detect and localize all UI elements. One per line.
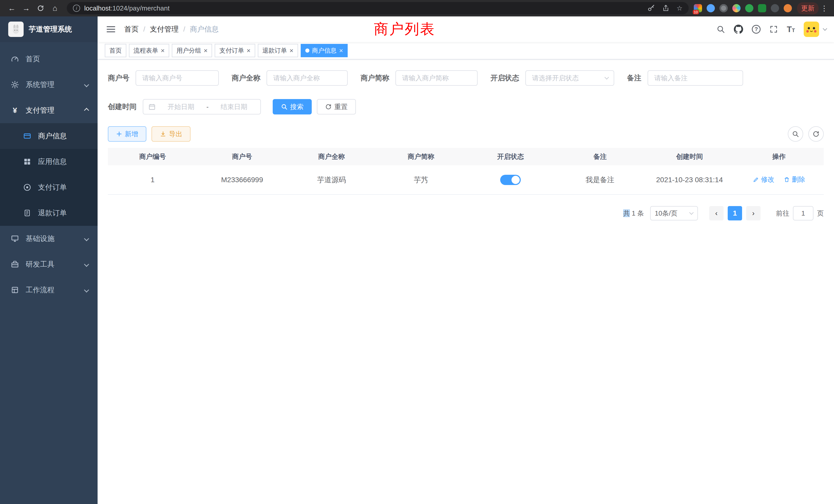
extension-icon[interactable]: [732, 4, 741, 12]
sidebar-item-payment[interactable]: ¥ 支付管理: [0, 97, 97, 123]
full-name-input[interactable]: [266, 70, 348, 86]
refresh-table-button[interactable]: [808, 126, 824, 142]
sidebar-item-workflow[interactable]: 工作流程: [0, 277, 97, 303]
extension-icon[interactable]: [707, 4, 715, 12]
short-name-label: 商户简称: [360, 73, 389, 83]
short-name-input[interactable]: [395, 70, 478, 86]
tab-refund-order[interactable]: 退款订单×: [258, 44, 298, 57]
tab-process-form[interactable]: 流程表单×: [129, 44, 169, 57]
font-size-icon[interactable]: TT: [787, 25, 795, 33]
total-count-label: 共 1 条: [623, 209, 644, 218]
browser-forward-icon[interactable]: →: [20, 2, 33, 14]
show-search-button[interactable]: [788, 126, 803, 142]
sidebar-item-label: 首页: [26, 54, 40, 64]
fullscreen-icon[interactable]: [769, 25, 778, 33]
sidebar-subitem-merchant-info[interactable]: 商户信息: [0, 123, 97, 149]
help-icon[interactable]: ?: [752, 25, 761, 33]
browser-menu-icon[interactable]: ⋮: [820, 4, 829, 13]
delete-button[interactable]: 删除: [784, 175, 805, 184]
sidebar-item-label: 商户信息: [38, 131, 67, 141]
bookmark-star-icon[interactable]: ☆: [677, 4, 682, 12]
remark-input[interactable]: [648, 70, 743, 86]
extension-icon[interactable]: [720, 4, 728, 12]
toolbox-icon: [10, 260, 20, 269]
browser-refresh-icon[interactable]: [34, 2, 47, 14]
page-1-button[interactable]: 1: [728, 206, 742, 221]
table-toolbar: 新增 导出: [108, 126, 824, 142]
download-icon: [160, 131, 167, 137]
status-select[interactable]: 请选择开启状态: [525, 70, 614, 86]
extension-badge: 10: [693, 10, 699, 14]
profile-avatar-icon[interactable]: [784, 4, 792, 12]
edit-button[interactable]: 修改: [753, 175, 774, 184]
user-avatar[interactable]: [804, 22, 826, 37]
tab-user-group[interactable]: 用户分组×: [172, 44, 212, 57]
export-button[interactable]: 导出: [152, 126, 191, 142]
sidebar-item-infra[interactable]: 基础设施: [0, 226, 97, 251]
browser-chrome: ← → ⌂ i localhost :1024/pay/merchant ☆ 1…: [0, 0, 834, 17]
browser-back-icon[interactable]: ←: [5, 2, 19, 14]
site-info-icon[interactable]: i: [73, 5, 80, 12]
chevron-down-icon: [84, 236, 89, 241]
extension-icon[interactable]: [745, 4, 753, 12]
share-icon[interactable]: [662, 4, 670, 12]
password-key-icon[interactable]: [647, 4, 655, 12]
chevron-down-icon: [84, 288, 89, 293]
trash-icon: [784, 177, 790, 183]
refresh-icon: [325, 104, 332, 110]
sidebar-toggle-icon[interactable]: [106, 24, 116, 35]
add-button[interactable]: 新增: [108, 126, 146, 142]
close-icon[interactable]: ×: [339, 47, 343, 54]
breadcrumb-payment[interactable]: 支付管理: [150, 24, 179, 34]
payment-submenu: 商户信息 应用信息 支付订单: [0, 123, 97, 226]
sidebar-subitem-refund-order[interactable]: 退款订单: [0, 200, 97, 226]
tab-merchant-info[interactable]: 商户信息×: [301, 44, 348, 57]
tab-home[interactable]: 首页: [105, 44, 126, 57]
browser-home-icon[interactable]: ⌂: [48, 2, 62, 14]
url-path: :1024/pay/merchant: [111, 4, 170, 12]
sidebar-subitem-pay-order[interactable]: 支付订单: [0, 175, 97, 200]
sidebar-menu: 首页 系统管理 ¥ 支付管理 商户信息: [0, 42, 97, 303]
close-icon[interactable]: ×: [246, 47, 250, 54]
sidebar-item-system[interactable]: 系统管理: [0, 72, 97, 97]
breadcrumb-home[interactable]: 首页: [124, 24, 139, 34]
sidebar-logo[interactable]: 芋道管理系统: [0, 17, 97, 42]
close-icon[interactable]: ×: [161, 47, 164, 54]
browser-update-button[interactable]: 更新: [797, 2, 818, 14]
logo-rabbit-icon: [8, 22, 24, 37]
goto-page-input[interactable]: [793, 206, 813, 221]
sidebar-item-label: 工作流程: [26, 285, 54, 295]
table-row: 1 M233666999 芋道源码 芋艿 我是备注 2021-10-23 08:…: [108, 165, 824, 194]
create-time-range-picker[interactable]: 开始日期 - 结束日期: [143, 99, 261, 114]
page-content: 商户号 商户全称 商户简称 开启状态 请选择开启状态: [97, 60, 834, 504]
next-page-button[interactable]: ›: [746, 206, 761, 221]
merchant-no-label: 商户号: [108, 73, 129, 83]
filter-row-1: 商户号 商户全称 商户简称 开启状态 请选择开启状态: [108, 70, 824, 86]
active-dot-icon: [305, 48, 309, 53]
search-button[interactable]: 搜索: [273, 99, 312, 114]
header-search-icon[interactable]: [717, 25, 725, 33]
breadcrumb-separator: /: [183, 25, 185, 33]
extension-icon[interactable]: [771, 4, 779, 12]
sidebar-item-home[interactable]: 首页: [0, 46, 97, 72]
reset-button[interactable]: 重置: [317, 99, 356, 114]
cell-create-time: 2021-10-23 08:31:14: [645, 165, 734, 194]
extension-icon[interactable]: 10: [694, 4, 702, 12]
pikachu-avatar-icon: [804, 22, 819, 37]
sidebar-subitem-app-info[interactable]: 应用信息: [0, 149, 97, 175]
github-icon[interactable]: [734, 25, 743, 34]
close-icon[interactable]: ×: [204, 47, 207, 54]
url-host: localhost: [84, 4, 111, 12]
status-toggle[interactable]: [500, 175, 521, 185]
col-create-time: 创建时间: [645, 148, 734, 165]
sidebar-item-devtools[interactable]: 研发工具: [0, 251, 97, 277]
prev-page-button[interactable]: ‹: [709, 206, 724, 221]
page-size-select[interactable]: 10条/页: [650, 206, 698, 221]
chevron-down-icon: [689, 210, 694, 215]
date-start-placeholder: 开始日期: [160, 102, 202, 111]
close-icon[interactable]: ×: [290, 47, 293, 54]
tab-pay-order[interactable]: 支付订单×: [215, 44, 255, 57]
address-bar[interactable]: i localhost :1024/pay/merchant ☆: [67, 2, 689, 14]
merchant-no-input[interactable]: [136, 70, 219, 86]
extension-icon[interactable]: [758, 4, 766, 12]
